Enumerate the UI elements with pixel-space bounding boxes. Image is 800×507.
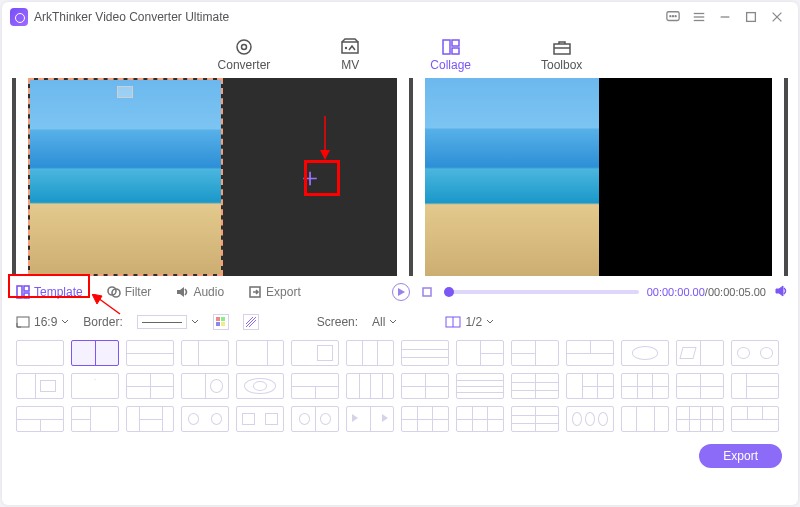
preview-right bbox=[599, 78, 773, 276]
drag-handle-icon[interactable] bbox=[117, 86, 133, 98]
template-item[interactable] bbox=[676, 373, 724, 399]
template-item[interactable] bbox=[126, 340, 174, 366]
template-item[interactable] bbox=[621, 340, 669, 366]
converter-icon bbox=[234, 38, 254, 56]
template-item[interactable] bbox=[126, 373, 174, 399]
tab-mv-label: MV bbox=[341, 58, 359, 72]
seek-knob[interactable] bbox=[444, 287, 454, 297]
template-item[interactable] bbox=[401, 340, 449, 366]
tab-audio[interactable]: Audio bbox=[171, 283, 228, 301]
playback-controls: 00:00:00.00/00:00:05.00 bbox=[392, 283, 788, 301]
volume-icon[interactable] bbox=[774, 284, 788, 301]
template-item[interactable] bbox=[126, 406, 174, 432]
template-item[interactable] bbox=[511, 340, 559, 366]
time-total: 00:00:05.00 bbox=[708, 286, 766, 298]
template-item[interactable] bbox=[511, 406, 559, 432]
screen-label: Screen: bbox=[317, 315, 358, 329]
template-item[interactable] bbox=[401, 406, 449, 432]
template-item[interactable] bbox=[731, 406, 779, 432]
seek-slider[interactable] bbox=[444, 290, 639, 294]
template-item[interactable] bbox=[676, 406, 724, 432]
template-item[interactable] bbox=[731, 373, 779, 399]
template-item[interactable] bbox=[401, 373, 449, 399]
template-item[interactable] bbox=[71, 340, 119, 366]
svg-point-2 bbox=[672, 16, 673, 17]
app-logo-icon bbox=[10, 8, 28, 26]
tab-toolbox[interactable]: Toolbox bbox=[541, 38, 582, 72]
collage-slot-1[interactable] bbox=[28, 78, 223, 276]
divider[interactable] bbox=[409, 78, 413, 276]
template-item[interactable] bbox=[676, 340, 724, 366]
template-item[interactable] bbox=[16, 406, 64, 432]
svg-line-28 bbox=[98, 298, 120, 314]
tab-export[interactable]: Export bbox=[244, 283, 305, 301]
template-item[interactable] bbox=[346, 406, 394, 432]
template-item[interactable] bbox=[291, 373, 339, 399]
template-item[interactable] bbox=[16, 340, 64, 366]
svg-point-11 bbox=[237, 40, 251, 54]
annotation-arrow-down bbox=[319, 116, 331, 163]
template-item[interactable] bbox=[16, 373, 64, 399]
template-item[interactable] bbox=[291, 340, 339, 366]
template-item[interactable] bbox=[181, 373, 229, 399]
template-item[interactable] bbox=[236, 373, 284, 399]
close-button[interactable] bbox=[764, 4, 790, 30]
feedback-icon[interactable] bbox=[660, 4, 686, 30]
template-item[interactable] bbox=[456, 373, 504, 399]
template-item[interactable] bbox=[511, 373, 559, 399]
scroll-right[interactable] bbox=[784, 78, 788, 276]
tab-mv[interactable]: MV bbox=[340, 38, 360, 72]
svg-rect-35 bbox=[216, 322, 220, 326]
svg-point-14 bbox=[345, 47, 347, 49]
template-item[interactable] bbox=[456, 406, 504, 432]
template-item[interactable] bbox=[346, 373, 394, 399]
collage-slot-2[interactable]: ＋ bbox=[223, 78, 398, 276]
template-item[interactable] bbox=[181, 406, 229, 432]
minimize-button[interactable] bbox=[712, 4, 738, 30]
svg-rect-36 bbox=[221, 322, 225, 326]
toolbox-icon bbox=[552, 38, 572, 56]
template-item[interactable] bbox=[71, 373, 119, 399]
template-item[interactable] bbox=[346, 340, 394, 366]
aspect-ratio-select[interactable]: 16:9 bbox=[16, 315, 69, 329]
template-item[interactable] bbox=[71, 406, 119, 432]
border-style-select[interactable] bbox=[137, 315, 199, 329]
tab-collage[interactable]: Collage bbox=[430, 38, 471, 72]
media-thumb bbox=[425, 78, 599, 276]
template-item[interactable] bbox=[236, 340, 284, 366]
export-icon bbox=[248, 285, 262, 299]
time-display: 00:00:00.00/00:00:05.00 bbox=[647, 286, 766, 298]
annotation-highlight-add bbox=[304, 160, 340, 196]
play-button[interactable] bbox=[392, 283, 410, 301]
border-color-picker[interactable] bbox=[213, 314, 229, 330]
collage-icon bbox=[441, 38, 461, 56]
template-item[interactable] bbox=[731, 340, 779, 366]
svg-marker-29 bbox=[92, 294, 102, 304]
template-item[interactable] bbox=[456, 340, 504, 366]
preview-left bbox=[425, 78, 599, 276]
menu-icon[interactable] bbox=[686, 4, 712, 30]
tab-converter[interactable]: Converter bbox=[218, 38, 271, 72]
audio-icon bbox=[175, 285, 189, 299]
template-item[interactable] bbox=[236, 406, 284, 432]
template-item[interactable] bbox=[181, 340, 229, 366]
template-item[interactable] bbox=[621, 406, 669, 432]
template-item[interactable] bbox=[566, 373, 614, 399]
border-pattern-picker[interactable] bbox=[243, 314, 259, 330]
template-item[interactable] bbox=[291, 406, 339, 432]
template-item[interactable] bbox=[621, 373, 669, 399]
svg-rect-17 bbox=[452, 48, 459, 54]
scroll-left[interactable] bbox=[12, 78, 16, 276]
template-item[interactable] bbox=[566, 406, 614, 432]
template-grid bbox=[2, 336, 798, 436]
svg-point-12 bbox=[241, 45, 246, 50]
template-item[interactable] bbox=[566, 340, 614, 366]
maximize-button[interactable] bbox=[738, 4, 764, 30]
split-select[interactable]: 1/2 bbox=[445, 315, 494, 329]
svg-rect-34 bbox=[221, 317, 225, 321]
svg-rect-15 bbox=[443, 40, 450, 54]
export-button[interactable]: Export bbox=[699, 444, 782, 468]
screen-select[interactable]: All bbox=[372, 315, 397, 329]
svg-marker-21 bbox=[320, 150, 330, 160]
stop-button[interactable] bbox=[418, 283, 436, 301]
